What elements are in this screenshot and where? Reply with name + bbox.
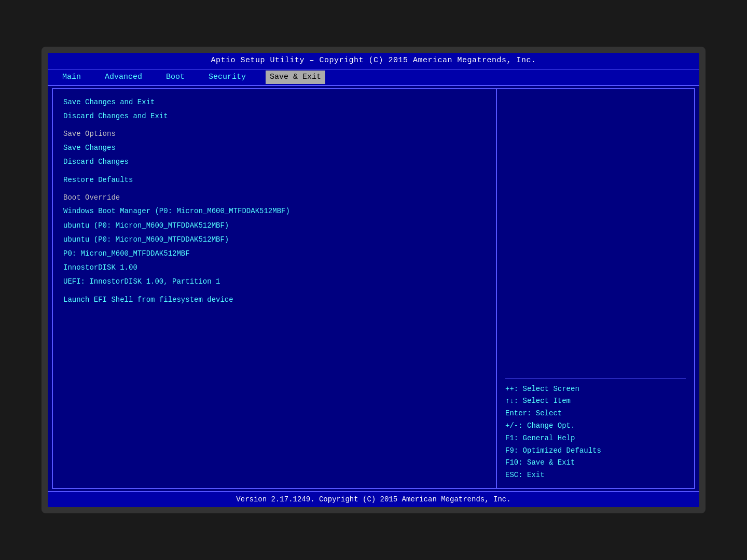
- bios-screen: Aptio Setup Utility – Copyright (C) 2015…: [48, 53, 699, 507]
- boot-uefi-innostor[interactable]: UEFI: InnostorDISK 1.00, Partition 1: [63, 275, 486, 289]
- menu-item-advanced[interactable]: Advanced: [101, 71, 146, 85]
- save-exit-section: Save Changes and Exit Discard Changes an…: [63, 95, 486, 123]
- efi-section: Launch EFI Shell from filesystem device: [63, 293, 486, 307]
- menu-item-boot[interactable]: Boot: [162, 71, 189, 85]
- bios-footer: Version 2.17.1249. Copyright (C) 2015 Am…: [236, 495, 510, 503]
- menu-bar: Main Advanced Boot Security Save & Exit: [48, 69, 699, 87]
- boot-innostor[interactable]: InnostorDISK 1.00: [63, 261, 486, 275]
- menu-item-save-exit[interactable]: Save & Exit: [266, 71, 325, 85]
- left-panel: Save Changes and Exit Discard Changes an…: [53, 89, 497, 488]
- boot-windows[interactable]: Windows Boot Manager (P0: Micron_M600_MT…: [63, 204, 486, 218]
- save-options-label: Save Options: [63, 130, 116, 138]
- help-f10: F10: Save & Exit: [505, 457, 686, 469]
- discard-changes-exit[interactable]: Discard Changes and Exit: [63, 109, 486, 123]
- help-f9: F9: Optimized Defaults: [505, 445, 686, 457]
- footer-bar: Version 2.17.1249. Copyright (C) 2015 Am…: [48, 491, 699, 507]
- boot-override-label: Boot Override: [63, 193, 120, 202]
- save-options-section: Save Options Save Changes Discard Change…: [63, 128, 486, 169]
- boot-ubuntu-2[interactable]: ubuntu (P0: Micron_M600_MTFDDAK512MBF): [63, 233, 486, 247]
- help-section: ++: Select Screen ↑↓: Select Item Enter:…: [505, 379, 686, 482]
- boot-override-section: Boot Override Windows Boot Manager (P0: …: [63, 191, 486, 289]
- save-changes-exit[interactable]: Save Changes and Exit: [63, 95, 486, 109]
- restore-defaults[interactable]: Restore Defaults: [63, 173, 486, 187]
- restore-section: Restore Defaults: [63, 173, 486, 187]
- help-esc: ESC: Exit: [505, 469, 686, 482]
- help-f1: F1: General Help: [505, 432, 686, 445]
- help-select-screen: ++: Select Screen: [505, 383, 686, 396]
- boot-ubuntu-1[interactable]: ubuntu (P0: Micron_M600_MTFDDAK512MBF): [63, 219, 486, 233]
- menu-item-security[interactable]: Security: [204, 71, 250, 85]
- launch-efi-shell[interactable]: Launch EFI Shell from filesystem device: [63, 293, 486, 307]
- help-enter-select: Enter: Select: [505, 408, 686, 420]
- title-bar: Aptio Setup Utility – Copyright (C) 2015…: [48, 53, 699, 69]
- save-changes[interactable]: Save Changes: [63, 141, 486, 155]
- bios-title: Aptio Setup Utility – Copyright (C) 2015…: [211, 56, 536, 65]
- right-panel: ++: Select Screen ↑↓: Select Item Enter:…: [497, 89, 694, 488]
- monitor-bezel: Aptio Setup Utility – Copyright (C) 2015…: [42, 47, 706, 513]
- discard-changes[interactable]: Discard Changes: [63, 155, 486, 169]
- main-content: Save Changes and Exit Discard Changes an…: [52, 88, 695, 489]
- menu-item-main[interactable]: Main: [58, 71, 85, 85]
- help-select-item: ↑↓: Select Item: [505, 395, 686, 408]
- boot-p0-micron[interactable]: P0: Micron_M600_MTFDDAK512MBF: [63, 247, 486, 261]
- help-change-opt: +/-: Change Opt.: [505, 420, 686, 432]
